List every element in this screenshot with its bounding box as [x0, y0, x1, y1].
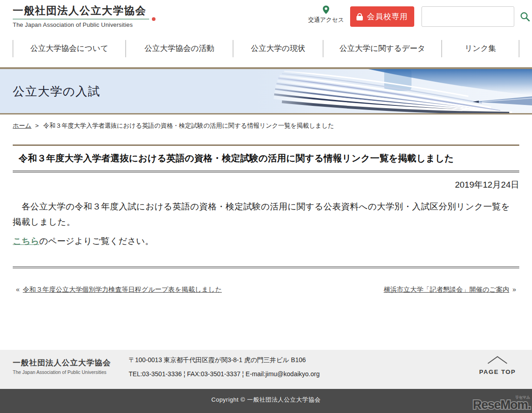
page-title: 公立大学の入試: [13, 83, 100, 99]
breadcrumb-separator: >: [35, 122, 39, 129]
footer-logo: 一般社団法人公立大学協会 The Japan Association of Pu…: [13, 358, 111, 375]
nav-item-about[interactable]: 公立大学協会について: [13, 43, 125, 54]
search-box: [422, 6, 514, 27]
access-link[interactable]: 交通アクセス: [307, 5, 345, 24]
hero-banner: 公立大学の入試: [0, 67, 532, 114]
prev-article-link[interactable]: 令和３年度公立大学個別学力検査等日程グループ表を掲載しました: [23, 286, 222, 293]
article-title: 令和３年度大学入学者選抜における英語の資格・検定試験の活用に関する情報リンク一覧…: [19, 152, 519, 164]
logo-underline: [13, 19, 149, 20]
chevron-up-icon: [487, 355, 508, 364]
global-nav: 公立大学協会について 公立大学協会の活動 公立大学の現状 公立大学に関するデータ…: [13, 37, 520, 60]
search-icon: [520, 11, 530, 22]
page-top-label: PAGE TOP: [477, 368, 517, 375]
copyright-text: Copyright © 一般社団法人公立大学協会: [0, 389, 532, 404]
footer-contact: TEL:03-3501-3336 ¦ FAX:03-3501-3337 ¦ E-…: [129, 370, 320, 378]
kochira-link[interactable]: こちら: [13, 236, 39, 246]
article-pager: «令和３年度公立大学個別学力検査等日程グループ表を掲載しました 横浜市立大学「記…: [13, 285, 519, 294]
footer-address-block: 〒100-0013 東京都千代田区霞が関3-8-1 虎の門三井ビル B106 T…: [129, 356, 320, 378]
logo-red-dot: [152, 17, 156, 21]
nav-item-links[interactable]: リンク集: [442, 43, 519, 54]
search-button[interactable]: [520, 11, 532, 22]
breadcrumb-home-link[interactable]: ホーム: [13, 122, 31, 129]
site-logo-title: 一般社団法人公立大学協会: [13, 4, 149, 18]
article-body: 各公立大学の令和３年度入試における英語の資格・検定試験の活用に関する公表資料への…: [13, 199, 518, 230]
footer-logo-subtitle: The Japan Association of Public Universi…: [13, 369, 111, 375]
next-article-link[interactable]: 横浜市立大学「記者懇談会」開催のご案内: [384, 286, 509, 293]
next-icon: »: [512, 286, 516, 293]
copyright-bar: Copyright © 一般社団法人公立大学協会: [0, 389, 532, 413]
nav-item-data[interactable]: 公立大学に関するデータ: [323, 43, 442, 54]
article-link-line: こちらのページよりご覧ください。: [13, 235, 519, 247]
location-pin-icon: [322, 5, 330, 15]
nav-item-activities[interactable]: 公立大学協会の活動: [126, 43, 233, 54]
site-logo-subtitle: The Japan Association of Public Universi…: [13, 21, 149, 28]
members-only-label: 会員校専用: [367, 11, 408, 22]
page-top-button[interactable]: PAGE TOP: [477, 355, 517, 375]
article-date: 2019年12月24日: [13, 179, 519, 191]
breadcrumb: ホーム>令和３年度大学入学者選抜における英語の資格・検定試験の活用に関する情報リ…: [13, 122, 519, 130]
members-only-button[interactable]: 会員校専用: [350, 6, 414, 27]
resemom-watermark: リセマム ReseMom.: [471, 393, 531, 413]
article-end-divider: [13, 266, 519, 269]
page: 一般社団法人公立大学協会 The Japan Association of Pu…: [0, 0, 532, 413]
search-input[interactable]: [422, 7, 520, 26]
footer-address: 〒100-0013 東京都千代田区霞が関3-8-1 虎の門三井ビル B106: [129, 356, 320, 364]
pager-prev: «令和３年度公立大学個別学力検査等日程グループ表を掲載しました: [13, 285, 222, 294]
article-link-suffix: のページよりご覧ください。: [39, 236, 153, 246]
site-header: 一般社団法人公立大学協会 The Japan Association of Pu…: [0, 0, 532, 37]
site-logo[interactable]: 一般社団法人公立大学協会 The Japan Association of Pu…: [13, 4, 149, 28]
site-footer: 一般社団法人公立大学協会 The Japan Association of Pu…: [0, 350, 532, 389]
lock-icon: [356, 13, 363, 20]
hero-papers-image: [255, 69, 532, 113]
pager-next: 横浜市立大学「記者懇談会」開催のご案内»: [384, 285, 519, 294]
footer-logo-title: 一般社団法人公立大学協会: [13, 358, 111, 368]
prev-icon: «: [16, 286, 20, 293]
resemom-logo-text: ReseMom.: [473, 398, 531, 412]
nav-item-current-state[interactable]: 公立大学の現状: [233, 43, 323, 54]
article-title-block: 令和３年度大学入学者選抜における英語の資格・検定試験の活用に関する情報リンク一覧…: [13, 144, 519, 173]
breadcrumb-current: 令和３年度大学入学者選抜における英語の資格・検定試験の活用に関する情報リンク一覧…: [43, 122, 334, 129]
access-label: 交通アクセス: [307, 16, 345, 24]
nav-divider: [519, 40, 519, 57]
